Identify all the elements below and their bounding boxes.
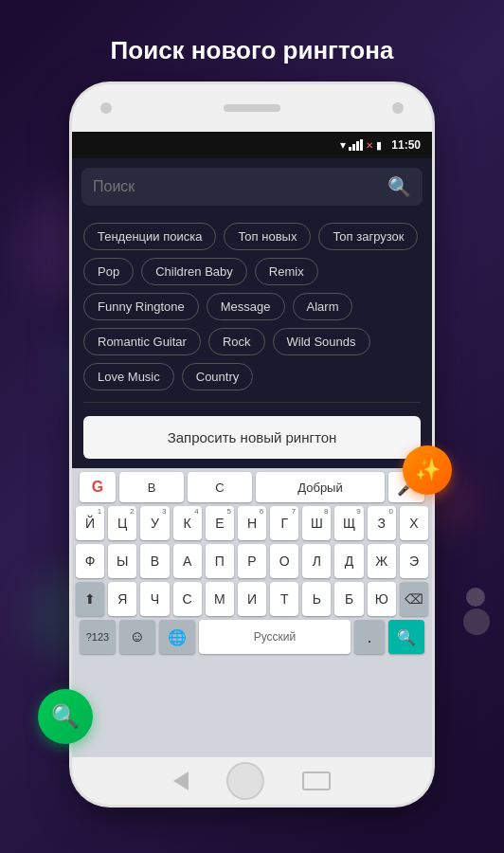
battery-icon: ▮ xyxy=(376,139,382,152)
phone-bottom-bar xyxy=(72,757,432,805)
no-sim-icon: ✕ xyxy=(366,140,373,151)
search-input[interactable] xyxy=(93,178,380,195)
emoji-key[interactable]: ☺ xyxy=(119,620,155,654)
request-ringtone-button[interactable]: Запросить новый рингтон xyxy=(83,416,421,459)
tag-chip[interactable]: Rock xyxy=(208,328,265,355)
home-button[interactable] xyxy=(226,762,264,800)
keyboard-row-1: Й1 Ц2 У3 К4 Е5 Н6 Г7 Ш8 Щ9 З0 Х xyxy=(76,506,428,540)
tag-chip[interactable]: Romantic Guitar xyxy=(83,328,201,355)
phone-frame: ▾ ✕ ▮ 11:50 🔍 Тенденции поиска xyxy=(72,84,432,805)
key-g[interactable]: Г7 xyxy=(270,506,298,540)
status-icons: ▾ ✕ ▮ xyxy=(340,138,382,152)
key-t[interactable]: Т xyxy=(270,582,298,616)
language-key[interactable]: 🌐 xyxy=(159,620,195,654)
wifi-icon: ▾ xyxy=(340,138,346,152)
key-n[interactable]: Н6 xyxy=(238,506,266,540)
key-kh[interactable]: Х xyxy=(400,506,428,540)
key-ts[interactable]: Ц2 xyxy=(108,506,136,540)
key-ya[interactable]: Я xyxy=(108,582,136,616)
bottom-search-button[interactable]: 🔍 xyxy=(38,689,93,744)
key-zh[interactable]: Ж xyxy=(368,544,396,578)
key-m[interactable]: М xyxy=(206,582,234,616)
key-z[interactable]: З0 xyxy=(368,506,396,540)
key-d[interactable]: Д xyxy=(334,544,363,578)
keyboard: G В С Добрый 🎤 Й1 Ц2 У3 К4 Е5 Н6 Г7 Ш8 Щ… xyxy=(72,468,432,757)
suggestion-b[interactable]: В xyxy=(119,472,184,502)
decorative-dot-1 xyxy=(466,588,485,607)
key-f[interactable]: Ф xyxy=(76,544,104,578)
tag-chip[interactable]: Children Baby xyxy=(141,258,247,285)
tag-chip[interactable]: Топ загрузок xyxy=(318,223,418,250)
key-l[interactable]: Л xyxy=(302,544,331,578)
tag-chip[interactable]: Тенденции поиска xyxy=(83,223,216,250)
key-v[interactable]: В xyxy=(140,544,169,578)
dot-key[interactable]: . xyxy=(354,620,385,654)
numbers-key[interactable]: ?123 xyxy=(80,620,116,654)
keyboard-search-key[interactable]: 🔍 xyxy=(388,620,424,654)
phone-camera xyxy=(100,102,112,114)
page-title: Поиск нового рингтона xyxy=(111,36,394,65)
keyboard-suggestions-row: G В С Добрый 🎤 xyxy=(76,472,428,502)
phone-camera-right xyxy=(392,102,404,114)
floating-sparkle-button[interactable]: ✨ xyxy=(403,445,452,495)
key-y[interactable]: Й1 xyxy=(76,506,104,540)
key-b[interactable]: Б xyxy=(334,582,363,616)
tag-chip[interactable]: Funny Ringtone xyxy=(83,293,199,320)
sparkle-icon: ✨ xyxy=(415,458,441,482)
tag-chip[interactable]: Pop xyxy=(83,258,134,285)
decorative-dot-2 xyxy=(463,608,490,635)
key-p[interactable]: П xyxy=(206,544,234,578)
divider xyxy=(83,402,421,403)
key-soft-sign[interactable]: Ь xyxy=(302,582,331,616)
phone-top-bar xyxy=(72,84,432,132)
key-s[interactable]: С xyxy=(173,582,202,616)
key-e[interactable]: Е5 xyxy=(206,506,234,540)
key-i[interactable]: И xyxy=(238,582,266,616)
google-key[interactable]: G xyxy=(80,472,116,502)
back-button[interactable] xyxy=(173,771,189,790)
key-shch[interactable]: Щ9 xyxy=(334,506,363,540)
keyboard-bottom-row: ?123 ☺ 🌐 Русский . 🔍 xyxy=(76,620,428,654)
tags-area: Тенденции поиска Топ новых Топ загрузок … xyxy=(72,215,432,398)
keyboard-row-3: ⬆ Я Ч С М И Т Ь Б Ю ⌫ xyxy=(76,582,428,616)
search-icon-green: 🔍 xyxy=(51,703,80,730)
signal-bars xyxy=(349,139,363,151)
search-bar[interactable]: 🔍 xyxy=(81,168,423,206)
shift-key[interactable]: ⬆ xyxy=(76,582,104,616)
tag-chip[interactable]: Message xyxy=(207,293,285,320)
backspace-key[interactable]: ⌫ xyxy=(400,582,428,616)
tag-chip[interactable]: Love Music xyxy=(83,363,174,390)
status-bar: ▾ ✕ ▮ 11:50 xyxy=(72,132,432,158)
key-a[interactable]: А xyxy=(173,544,202,578)
key-eh[interactable]: Э xyxy=(400,544,428,578)
key-yi[interactable]: Ы xyxy=(108,544,136,578)
suggestion-dobry[interactable]: Добрый xyxy=(256,472,385,502)
key-k[interactable]: К4 xyxy=(173,506,202,540)
key-sh[interactable]: Ш8 xyxy=(302,506,331,540)
suggestion-c[interactable]: С xyxy=(188,472,252,502)
search-icon[interactable]: 🔍 xyxy=(387,175,411,198)
space-key[interactable]: Русский xyxy=(199,620,351,654)
key-o[interactable]: О xyxy=(270,544,298,578)
keyboard-row-2: Ф Ы В А П Р О Л Д Ж Э xyxy=(76,544,428,578)
tag-chip[interactable]: Wild Sounds xyxy=(273,328,370,355)
key-u[interactable]: У3 xyxy=(140,506,169,540)
tag-chip[interactable]: Топ новых xyxy=(224,223,311,250)
tag-chip[interactable]: Country xyxy=(182,363,254,390)
key-r[interactable]: Р xyxy=(238,544,266,578)
phone-screen: ▾ ✕ ▮ 11:50 🔍 Тенденции поиска xyxy=(72,132,432,757)
phone-speaker xyxy=(224,104,280,112)
recents-button[interactable] xyxy=(302,771,331,790)
status-time: 11:50 xyxy=(391,138,421,152)
tag-chip[interactable]: Remix xyxy=(255,258,318,285)
tag-chip[interactable]: Alarm xyxy=(293,293,353,320)
key-yu[interactable]: Ю xyxy=(368,582,396,616)
key-ch[interactable]: Ч xyxy=(140,582,169,616)
